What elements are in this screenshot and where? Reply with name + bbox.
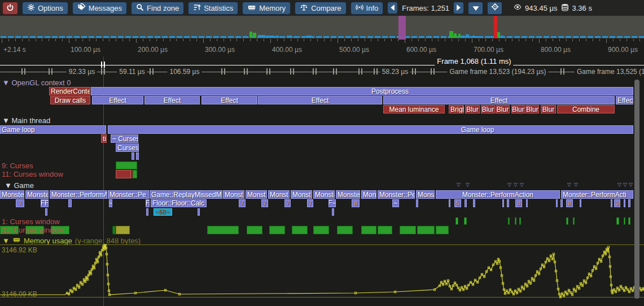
message-marker-icon[interactable]: ▽ <box>507 182 511 187</box>
memory-graph[interactable] <box>0 244 644 306</box>
timeline-zone[interactable] <box>378 226 392 234</box>
timeline-zone[interactable]: Game loop <box>0 125 106 134</box>
timeline-zone[interactable]: Blur <box>541 105 556 113</box>
timeline-zone[interactable]: Monste <box>336 190 360 199</box>
timeline-zone[interactable] <box>449 199 450 207</box>
timeline-zone[interactable]: Mons <box>416 190 435 199</box>
timeline-zone[interactable]: ti <box>101 134 107 143</box>
message-marker-icon[interactable]: ▽ <box>567 182 571 187</box>
timeline-zone[interactable]: Effect <box>92 96 143 104</box>
timeline-zone[interactable] <box>269 226 285 234</box>
timeline-zone[interactable]: FF <box>41 199 49 207</box>
timeline-zone[interactable] <box>136 152 139 160</box>
timeline-zone[interactable]: Monst <box>268 190 290 199</box>
timeline-zone[interactable]: Blur <box>465 105 480 113</box>
timeline-zone[interactable] <box>508 217 510 225</box>
timeline-zone[interactable] <box>465 199 467 207</box>
timeline-zone[interactable] <box>624 199 625 207</box>
timeline-zone[interactable] <box>519 217 521 225</box>
message-marker-icon[interactable]: ▽ <box>457 182 461 187</box>
compare-button[interactable]: Compare <box>295 2 346 15</box>
timeline-zone[interactable]: Monster::Pe <box>108 190 149 199</box>
timeline-zone[interactable] <box>611 199 612 207</box>
timeline-zone[interactable] <box>337 226 353 234</box>
timeline-zone[interactable] <box>573 217 575 225</box>
timeline-zone[interactable]: Monst <box>246 190 267 199</box>
timeline-zone[interactable] <box>116 161 137 169</box>
timeline-zone[interactable]: Monste <box>0 190 24 199</box>
timeline-zone[interactable] <box>556 199 558 207</box>
timeline-zone[interactable]: Effect <box>258 96 382 104</box>
timeline-zone[interactable]: Monster::PerformAction <box>436 190 560 199</box>
timeline-zone[interactable] <box>580 199 581 207</box>
timeline-zone[interactable] <box>45 208 47 216</box>
timeline-zone[interactable]: Monster::PerformA <box>50 190 107 199</box>
timeline-zone[interactable] <box>473 199 475 207</box>
message-marker-icon[interactable]: ▽ <box>623 182 627 187</box>
timeline-zone[interactable] <box>207 226 239 234</box>
timeline-zone[interactable]: F <box>146 199 150 207</box>
timeline-zone[interactable]: 7 <box>261 199 268 207</box>
find-zone-button[interactable]: Find zone <box>131 2 184 15</box>
timeline-zone[interactable]: 7 <box>284 199 291 207</box>
thread-header-game[interactable]: ▼ Game <box>5 181 34 190</box>
timeline-zone[interactable]: Monst <box>291 190 312 199</box>
timeline-zone[interactable] <box>616 217 619 225</box>
timeline-zone[interactable]: Effect <box>201 96 257 104</box>
timeline-zone[interactable]: ~ <box>392 199 399 207</box>
center-view-button[interactable] <box>487 2 502 15</box>
timeline-zone[interactable] <box>313 226 329 234</box>
timeline-zone[interactable] <box>502 199 504 207</box>
timeline-zone[interactable] <box>566 217 568 225</box>
time-axis[interactable]: +2.14 s100.00 µs200.00 µs300.00 µs400.00… <box>0 38 644 56</box>
timeline-zone[interactable] <box>455 217 458 225</box>
zoom-to-frame-button[interactable] <box>468 2 483 15</box>
timeline-zone[interactable]: 7 <box>307 199 313 207</box>
timeline-zone[interactable] <box>416 199 418 207</box>
timeline-zone[interactable]: Mean luminance <box>383 105 445 113</box>
timeline-zone[interactable] <box>247 226 262 234</box>
info-button[interactable]: Info <box>351 2 384 15</box>
timeline-zone[interactable]: Monster::Pe <box>378 190 415 199</box>
timeline-zone[interactable] <box>436 226 449 234</box>
messages-button[interactable]: Messages <box>72 2 127 15</box>
timeline-zone[interactable] <box>560 199 563 207</box>
timeline-zone[interactable]: Bright <box>449 105 464 113</box>
timeline-zone[interactable]: Monste <box>313 190 335 199</box>
timeline-zone[interactable]: Effect <box>144 96 200 104</box>
timeline-zone[interactable]: 8 <box>566 199 573 207</box>
timeline-zone[interactable]: Blur <box>481 105 495 113</box>
timeline-zone[interactable]: 5 <box>454 199 461 207</box>
power-button[interactable] <box>2 2 18 15</box>
statistics-button[interactable]: Statistics <box>188 2 238 15</box>
timeline-zone[interactable]: ~ Curses <box>111 134 138 143</box>
timeline-zone[interactable]: Combine <box>557 105 615 113</box>
timeline-zone[interactable]: F~ <box>328 199 336 207</box>
timeline-zone[interactable]: 8 <box>352 199 360 207</box>
timeline-zone[interactable] <box>292 226 308 234</box>
timeline-zone[interactable] <box>515 217 516 225</box>
timeline-zone[interactable]: Blur <box>525 105 539 113</box>
timeline-zone[interactable]: 7 <box>16 199 24 207</box>
timeline-zone[interactable] <box>116 170 131 178</box>
timeline-zone[interactable] <box>68 199 72 207</box>
prev-frame-button[interactable] <box>387 2 398 14</box>
timeline-zone[interactable] <box>146 208 148 216</box>
timeline-zone[interactable]: Postprocess <box>91 87 633 95</box>
options-button[interactable]: Options <box>22 2 68 15</box>
timeline-zone[interactable] <box>464 217 467 225</box>
message-marker-icon[interactable]: ▽ <box>617 182 621 187</box>
timeline-zone[interactable]: 7 <box>239 199 246 207</box>
message-marker-icon[interactable]: ▽ <box>574 182 578 187</box>
timeline-zone[interactable]: Game::ReplayMissedM <box>150 190 222 199</box>
timeline-zone[interactable] <box>628 217 630 225</box>
message-marker-icon[interactable]: ▽ <box>466 182 470 187</box>
timeline-zone[interactable]: Effect <box>383 96 615 104</box>
timeline-zone[interactable]: Game loop <box>108 125 633 134</box>
timeline-zone[interactable]: ~50~ <box>154 208 172 216</box>
thread-header-opengl[interactable]: ▼ OpenGL context 0 <box>2 78 71 87</box>
message-marker-icon[interactable]: ▽ <box>629 182 633 187</box>
timeline-zone[interactable] <box>133 170 137 178</box>
message-marker-icon[interactable]: ▽ <box>520 182 524 187</box>
timeline-zone[interactable]: Monst <box>223 190 244 199</box>
